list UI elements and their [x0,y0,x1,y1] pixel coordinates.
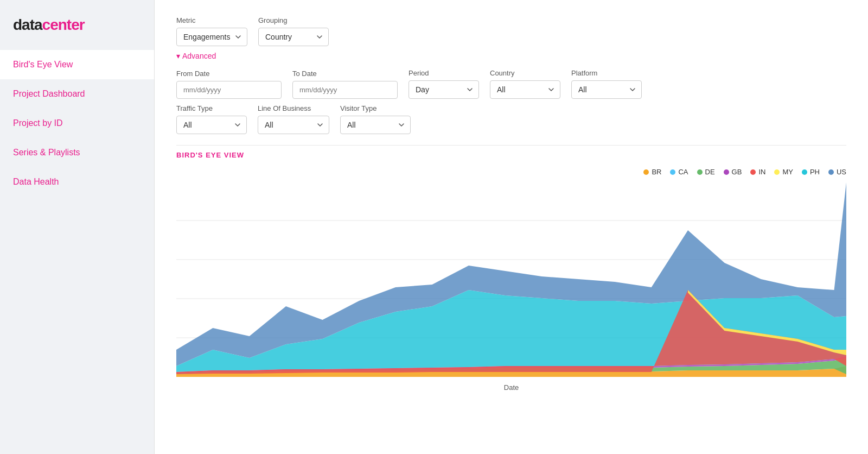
top-filter-row: Metric Engagements Views Clicks Grouping… [176,16,846,46]
platform-group: Platform All Web Mobile [571,69,642,99]
sidebar: datacenter Bird's Eye View Project Dashb… [0,0,155,454]
sidebar-item-project-by-id[interactable]: Project by ID [0,109,154,138]
legend-label-GB: GB [732,168,742,176]
traffic-type-select[interactable]: All Direct Organic [176,116,247,134]
chart-svg [176,181,846,377]
visitor-type-group: Visitor Type All New Returning [340,104,411,134]
legend-label-BR: BR [652,168,661,176]
legend-label-CA: CA [678,168,688,176]
visitor-type-select[interactable]: All New Returning [340,116,411,134]
line-of-business-label: Line Of Business [258,104,329,112]
chart-legend: BR CA DE GB IN MY PH US [176,168,846,176]
legend-dot-BR [643,169,649,175]
metric-select[interactable]: Engagements Views Clicks [176,28,247,46]
logo-center: center [42,16,85,33]
legend-dot-MY [774,169,780,175]
platform-select[interactable]: All Web Mobile [571,80,642,99]
advanced-label: Advanced [182,52,216,60]
from-date-label: From Date [176,70,282,78]
chart-area [176,181,846,379]
country-label: Country [490,69,560,77]
metric-filter-group: Metric Engagements Views Clicks [176,16,247,46]
legend-label-MY: MY [782,168,793,176]
legend-label-DE: DE [705,168,715,176]
legend-item-GB: GB [724,168,742,176]
line-of-business-group: Line Of Business All Entertainment News [258,104,329,134]
legend-item-BR: BR [643,168,661,176]
from-date-input[interactable] [176,81,282,99]
legend-dot-PH [802,169,807,175]
period-select[interactable]: Day Week Month [409,80,479,99]
advanced-filter-row-2: Traffic Type All Direct Organic Line Of … [176,104,846,134]
legend-item-DE: DE [697,168,715,176]
traffic-type-group: Traffic Type All Direct Organic [176,104,247,134]
grouping-filter-group: Grouping Country Platform Traffic Type [258,16,329,46]
sidebar-item-birds-eye-view[interactable]: Bird's Eye View [0,50,154,79]
grouping-select[interactable]: Country Platform Traffic Type [258,28,329,46]
main-content: Metric Engagements Views Clicks Grouping… [155,0,868,454]
legend-label-US: US [837,168,846,176]
to-date-group: To Date [292,70,398,99]
date-axis-label: Date [176,383,846,392]
chevron-down-icon: ▾ [176,52,180,60]
sidebar-item-data-health[interactable]: Data Health [0,167,154,197]
period-group: Period Day Week Month [409,69,479,99]
advanced-toggle[interactable]: ▾ Advanced [176,52,846,60]
chart-title: BIRD'S EYE VIEW [176,151,846,159]
legend-dot-DE [697,169,703,175]
to-date-label: To Date [292,70,398,78]
sidebar-item-project-dashboard[interactable]: Project Dashboard [0,79,154,109]
legend-dot-US [828,169,834,175]
legend-label-IN: IN [758,168,765,176]
legend-dot-CA [670,169,675,175]
legend-label-PH: PH [810,168,820,176]
legend-item-PH: PH [802,168,820,176]
logo-data: data [13,16,42,33]
country-group: Country All US IN [490,69,560,99]
traffic-type-label: Traffic Type [176,104,247,112]
to-date-input[interactable] [292,81,398,99]
logo: datacenter [0,11,154,50]
legend-item-MY: MY [774,168,793,176]
platform-label: Platform [571,69,642,77]
visitor-type-label: Visitor Type [340,104,411,112]
legend-dot-GB [724,169,729,175]
advanced-filter-row: From Date To Date Period Day Week Month … [176,69,846,99]
legend-item-IN: IN [750,168,765,176]
grouping-label: Grouping [258,16,329,24]
line-of-business-select[interactable]: All Entertainment News [258,116,329,134]
period-label: Period [409,69,479,77]
legend-item-US: US [828,168,846,176]
metric-label: Metric [176,16,247,24]
sidebar-item-series-playlists[interactable]: Series & Playlists [0,138,154,167]
legend-item-CA: CA [670,168,688,176]
legend-dot-IN [750,169,756,175]
country-select[interactable]: All US IN [490,80,560,99]
from-date-group: From Date [176,70,282,99]
